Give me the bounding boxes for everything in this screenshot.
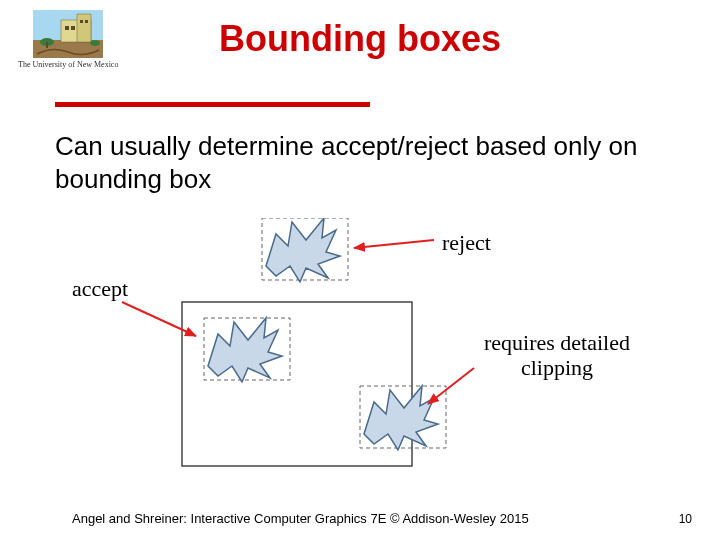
reject-arrow [354, 240, 434, 248]
detailed-line1: requires detailed [484, 330, 630, 355]
slide-title: Bounding boxes [0, 18, 720, 60]
detailed-clipping-label: requires detailed clipping [472, 330, 642, 381]
detailed-arrow [428, 368, 474, 404]
accept-arrow [122, 302, 196, 336]
straddling-object [360, 386, 446, 450]
figure-area: reject accept requires detailed clipping [72, 218, 652, 478]
accepted-object [204, 318, 290, 382]
accept-label: accept [72, 276, 128, 302]
slide-footer: Angel and Shreiner: Interactive Computer… [72, 511, 529, 526]
page-number: 10 [679, 512, 692, 526]
reject-label: reject [442, 230, 491, 256]
title-underline [55, 102, 370, 107]
logo-caption: The University of New Mexico [18, 60, 118, 69]
slide-body-text: Can usually determine accept/reject base… [55, 130, 655, 195]
detailed-line2: clipping [521, 355, 593, 380]
rejected-object [262, 218, 348, 282]
